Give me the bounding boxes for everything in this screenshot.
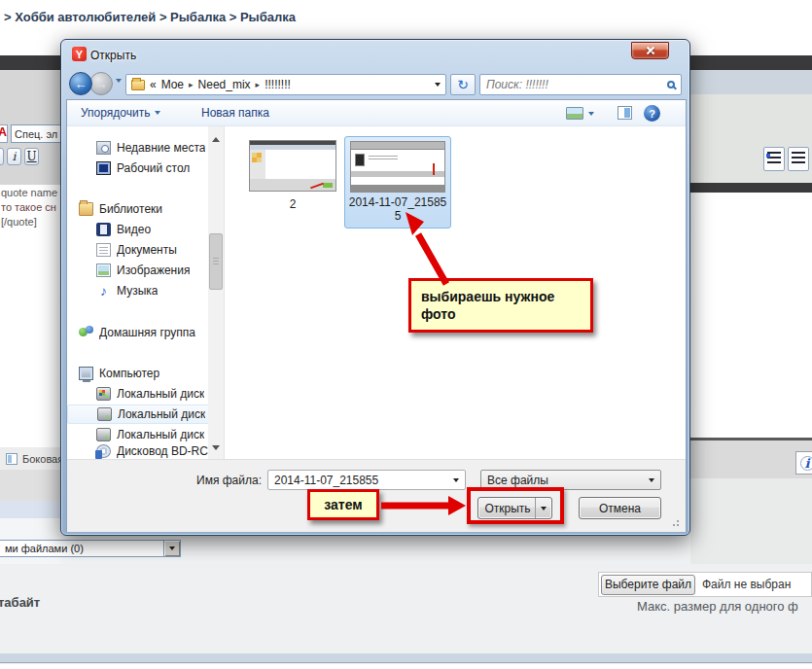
address-dropdown-icon[interactable]: [435, 83, 441, 87]
page-footer-bar: [0, 653, 812, 663]
organize-label: Упорядочить: [81, 106, 150, 120]
views-icon: [566, 107, 583, 120]
filetype-value: Все файлы: [487, 474, 645, 487]
preview-pane-button[interactable]: [618, 106, 632, 120]
italic-button[interactable]: i: [7, 148, 21, 165]
sidebar-item-homegroup[interactable]: Домашняя группа: [67, 323, 213, 342]
sidebar-item-documents[interactable]: Документы: [67, 240, 213, 260]
organize-button[interactable]: Упорядочить: [81, 106, 160, 120]
dialog-body: Упорядочить Новая папка ?: [66, 99, 687, 532]
libraries-icon: [79, 202, 93, 216]
file-thumbnail: [249, 140, 336, 192]
search-input[interactable]: [486, 78, 667, 91]
underline-button[interactable]: U: [24, 148, 39, 165]
page-right-editor-bg: [690, 193, 812, 438]
sidebar-scrollbar[interactable]: [208, 126, 224, 459]
chevron-down-icon: [155, 111, 160, 115]
editor-quote-line-1: quote name: [1, 186, 57, 200]
page-band-1: [0, 470, 60, 501]
address-prefix: «: [150, 78, 157, 91]
sidebar-item-local-disk-d[interactable]: Локальный диск: [67, 405, 213, 424]
dialog-title: Открыть: [90, 49, 136, 62]
filename-combo[interactable]: 2014-11-07_215855: [267, 470, 466, 490]
format-button-partial[interactable]: [0, 148, 4, 165]
page-right-dark-bar: [690, 183, 812, 193]
sidebar-item-recent[interactable]: Недавние места: [67, 138, 213, 158]
documents-icon: [96, 243, 111, 257]
file-label: 2: [248, 197, 337, 211]
command-bar: Упорядочить Новая папка ?: [67, 100, 686, 126]
close-button[interactable]: [631, 42, 669, 59]
info-icon: i: [800, 456, 812, 471]
info-button[interactable]: i: [795, 451, 812, 475]
preview-pane-icon: [618, 106, 632, 120]
choose-file-button[interactable]: Выберите файл: [601, 575, 695, 595]
breadcrumb-arrow-icon: ▸: [256, 80, 261, 89]
file-input-control: Выберите файл Файл не выбран: [598, 572, 812, 597]
filename-value: 2014-11-07_215855: [274, 474, 449, 487]
new-folder-label: Новая папка: [201, 106, 269, 120]
sidebar-item-music[interactable]: ♪Музыка: [67, 281, 213, 300]
scrollbar-thumb[interactable]: [209, 233, 223, 290]
sidebar-item-video[interactable]: Видео: [67, 220, 213, 239]
open-file-dialog: Y Открыть ← → « Moe ▸ Need_mix ▸ !!!!!!!…: [60, 39, 690, 536]
refresh-button[interactable]: ↻: [450, 74, 476, 95]
address-segment-moe[interactable]: Moe: [161, 78, 184, 91]
chevron-down-icon: [588, 112, 594, 116]
views-button[interactable]: [566, 107, 594, 120]
sidebar-item-local-disk-c[interactable]: Локальный диск: [67, 384, 213, 404]
filename-label: Имя файла:: [196, 474, 262, 487]
sidebar-item-desktop[interactable]: Рабочий стол: [67, 158, 213, 178]
files-dropdown[interactable]: ми файлами (0): [0, 540, 181, 557]
breadcrumb[interactable]: > Хобби автолюбителей > Рыбалка > Рыбалк…: [4, 10, 296, 24]
scroll-up-icon[interactable]: [208, 132, 224, 147]
chevron-down-icon: [169, 546, 175, 550]
help-button[interactable]: ?: [644, 105, 660, 122]
back-arrow-icon: ←: [75, 77, 88, 91]
file-tile-selected[interactable]: 2014-11-07_215855: [344, 136, 451, 229]
drive-icon: [96, 428, 111, 441]
new-folder-button[interactable]: Новая папка: [201, 106, 269, 120]
forward-button[interactable]: →: [89, 72, 113, 95]
sidebar-item-pictures[interactable]: Изображения: [67, 261, 213, 280]
history-dropdown[interactable]: [116, 83, 122, 100]
drive-icon: [97, 407, 112, 421]
screen: > Хобби автолюбителей > Рыбалка > Рыбалк…: [0, 0, 812, 669]
close-icon: [646, 46, 655, 55]
back-button[interactable]: ←: [69, 72, 92, 95]
page-right-band-1: [690, 70, 812, 94]
resize-grip-icon[interactable]: [669, 516, 679, 526]
max-size-label: Макс. размер для одного ф: [637, 599, 798, 614]
file-thumbnail: [350, 141, 445, 193]
size-fragment-text: табайт: [0, 595, 40, 610]
sidebar-item-libraries[interactable]: Библиотеки: [67, 199, 213, 219]
help-icon: ?: [644, 105, 660, 122]
cancel-button[interactable]: Отмена: [579, 497, 661, 519]
folder-icon: [131, 80, 145, 90]
list-blue-icon: [766, 154, 770, 158]
sidebar-item-bd-drive[interactable]: Дисковод BD-RC: [67, 441, 213, 461]
file-input-status: Файл не выбран: [702, 578, 791, 591]
breadcrumb-arrow-icon: ▸: [189, 80, 194, 89]
chevron-down-icon: [453, 478, 459, 482]
places-sidebar: Недавние места Рабочий стол Библиотеки В…: [67, 126, 225, 459]
system-drive-icon: [96, 387, 111, 401]
scroll-down-icon[interactable]: [208, 440, 224, 455]
pictures-icon: [96, 264, 111, 277]
address-segment-needmix[interactable]: Need_mix: [198, 78, 251, 91]
dropdown-arrow-button[interactable]: [163, 541, 180, 556]
align-text-button[interactable]: [788, 147, 809, 171]
address-segment-current[interactable]: !!!!!!!!: [265, 78, 291, 91]
font-color-button-partial[interactable]: А: [0, 124, 8, 143]
search-box[interactable]: [479, 74, 682, 95]
file-tile-2[interactable]: 2: [248, 140, 337, 211]
page-below-footer: [0, 664, 812, 669]
callout-select-photo: выбираешь нужное фото: [408, 278, 593, 333]
insert-list-button[interactable]: [763, 147, 785, 171]
editor-quote-line-3: [/quote]: [1, 215, 37, 229]
sidebar-item-computer[interactable]: Компьютер: [67, 364, 213, 383]
address-bar[interactable]: « Moe ▸ Need_mix ▸ !!!!!!!!: [125, 74, 446, 95]
align-lines-icon: [792, 152, 805, 166]
video-icon: [96, 223, 111, 236]
homegroup-icon: [79, 326, 93, 339]
